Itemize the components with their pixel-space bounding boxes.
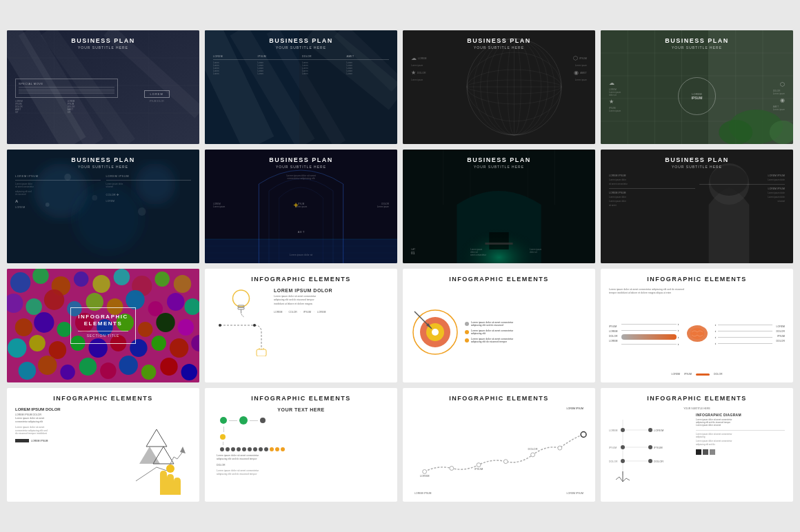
- svg-point-143: [166, 464, 174, 473]
- svg-point-147: [503, 459, 508, 463]
- card-4-1[interactable]: INFOGRAPHIC ELEMENTS LOREM IPSUM DOLOR L…: [7, 388, 199, 502]
- card-content: INFOGRAPHICELEMENTS SECTION TITLE: [7, 269, 199, 382]
- svg-point-158: [621, 428, 625, 432]
- svg-point-159: [648, 428, 652, 432]
- card-3-1[interactable]: INFOGRAPHICELEMENTS SECTION TITLE: [7, 269, 199, 382]
- svg-line-171: [619, 477, 623, 482]
- ig-title: INFOGRAPHIC ELEMENTS: [213, 276, 389, 283]
- card-1-2[interactable]: BUSINESS PLAN YOUR SUBTITLE HERE LOREM I…: [205, 30, 397, 144]
- target-icon: [411, 308, 459, 356]
- card-subtitle: YOUR SUBTITLE HERE: [609, 165, 785, 169]
- svg-point-163: [648, 459, 652, 463]
- svg-point-144: [423, 469, 427, 473]
- svg-point-138: [690, 328, 704, 339]
- ig-title: INFOGRAPHIC ELEMENTS: [411, 276, 587, 283]
- card-subtitle: YOUR SUBTITLE HERE: [213, 165, 389, 169]
- svg-point-134: [432, 329, 439, 336]
- svg-rect-124: [238, 307, 244, 309]
- card-content: INFOGRAPHIC ELEMENTS LOREM IPSUM DOLOR L…: [7, 388, 199, 502]
- card-content: BUSINESS PLAN YOUR SUBTITLE HERE ☁ LOREM…: [601, 30, 793, 144]
- ig-title: INFOGRAPHIC ELEMENTS: [609, 276, 785, 283]
- card-content: INFOGRAPHIC ELEMENTS YOUR TEXT HERE: [205, 388, 397, 502]
- card-content: INFOGRAPHIC ELEMENTS LOREM IPSUM LOREM: [403, 388, 595, 502]
- card-1-4[interactable]: BUSINESS PLAN YOUR SUBTITLE HERE ☁ LOREM…: [601, 30, 793, 144]
- card-subtitle: YOUR SUBTITLE HERE: [15, 45, 191, 50]
- card-title: BUSINESS PLAN: [609, 156, 785, 163]
- card-title: BUSINESS PLAN: [15, 156, 191, 163]
- svg-point-162: [621, 459, 625, 463]
- brain-icon: [683, 320, 711, 347]
- path-curve-svg: LOREM IPSUM DOLOR: [411, 424, 587, 479]
- card-3-3[interactable]: INFOGRAPHIC ELEMENTS: [403, 269, 595, 382]
- svg-point-160: [621, 445, 625, 449]
- card-content: BUSINESS PLAN YOUR SUBTITLE HERE LOREM I…: [205, 30, 397, 144]
- svg-point-161: [648, 445, 652, 449]
- card-content: INFOGRAPHIC ELEMENTS Lorem ipsum dolor s…: [601, 269, 793, 382]
- svg-marker-139: [146, 429, 167, 447]
- card-title: BUSINESS PLAN: [213, 156, 389, 163]
- card-subtitle: YOUR SUBTITLE HERE: [609, 45, 785, 50]
- card-title: BUSINESS PLAN: [411, 37, 587, 44]
- svg-point-150: [581, 431, 586, 437]
- card-3-4[interactable]: INFOGRAPHIC ELEMENTS Lorem ipsum dolor s…: [601, 269, 793, 382]
- card-subtitle: YOUR SUBTITLE HERE: [213, 45, 389, 50]
- card-subtitle: YOUR SUBTITLE HERE: [15, 165, 191, 169]
- lightbulb-icon: [229, 288, 253, 319]
- hand-triangle-svg: [136, 426, 191, 495]
- svg-text:DOLOR: DOLOR: [528, 447, 538, 451]
- card-content: INFOGRAPHIC ELEMENTS: [205, 269, 397, 382]
- card-content: BUSINESS PLAN YOUR SUBTITLE HERE ☁ LOREM…: [403, 30, 595, 144]
- card-subtitle: YOUR SUBTITLE HERE: [411, 165, 587, 169]
- ig-subtitle: YOUR SUBTITLE HERE: [609, 407, 785, 410]
- card-2-4[interactable]: BUSINESS PLAN YOUR SUBTITLE HERE LOREM I…: [601, 150, 793, 263]
- card-content: BUSINESS PLAN YOUR SUBTITLE HERE LAT01 L…: [403, 150, 595, 263]
- svg-text:IPSUM: IPSUM: [654, 446, 663, 449]
- svg-text:IPSUM: IPSUM: [474, 467, 483, 471]
- card-title: BUSINESS PLAN: [609, 37, 785, 44]
- card-1-1[interactable]: BUSINESS PLAN YOUR SUBTITLE HERE SPECIAL…: [7, 30, 199, 144]
- diagram-svg: LOREM IPSUM DOLOR LOREM IPSUM DOLOR: [609, 413, 692, 482]
- card-content: BUSINESS PLAN YOUR SUBTITLE HERE LOREM I…: [601, 150, 793, 263]
- card-2-1[interactable]: BUSINESS PLAN YOUR SUBTITLE HERE LOREM I…: [7, 150, 199, 263]
- card-title: BUSINESS PLAN: [15, 37, 191, 44]
- ig-subtitle: YOUR TEXT HERE: [213, 407, 389, 412]
- svg-point-145: [450, 466, 454, 470]
- card-content: BUSINESS PLAN YOUR SUBTITLE HERE Lorem i…: [205, 150, 397, 263]
- card-2-3[interactable]: BUSINESS PLAN YOUR SUBTITLE HERE LAT01 L…: [403, 150, 595, 263]
- card-4-2[interactable]: INFOGRAPHIC ELEMENTS YOUR TEXT HERE: [205, 388, 397, 502]
- ig-title: INFOGRAPHIC ELEMENTS: [15, 395, 191, 402]
- svg-line-173: [623, 478, 626, 482]
- svg-point-127: [253, 324, 256, 327]
- ig-title: INFOGRAPHIC ELEMENTS: [411, 395, 587, 402]
- svg-line-172: [616, 477, 619, 480]
- svg-rect-128: [257, 349, 266, 356]
- svg-text:DOLOR: DOLOR: [609, 460, 618, 463]
- svg-text:LOREM: LOREM: [654, 429, 663, 432]
- svg-text:LOREM: LOREM: [609, 429, 618, 432]
- svg-text:LOREM: LOREM: [420, 474, 430, 478]
- card-content: INFOGRAPHIC ELEMENTS YOUR SUBTITLE HERE: [601, 388, 793, 502]
- svg-text:DOLOR: DOLOR: [654, 460, 663, 463]
- svg-point-126: [219, 324, 221, 327]
- card-content: INFOGRAPHIC ELEMENTS: [403, 269, 595, 382]
- svg-point-146: [477, 462, 481, 467]
- slide-grid: BUSINESS PLAN YOUR SUBTITLE HERE SPECIAL…: [7, 30, 793, 502]
- card-subtitle: YOUR SUBTITLE HERE: [411, 45, 587, 50]
- card-content: BUSINESS PLAN YOUR SUBTITLE HERE SPECIAL…: [7, 30, 199, 144]
- svg-point-122: [232, 290, 249, 307]
- ig-title: INFOGRAPHIC ELEMENTS: [213, 395, 389, 402]
- card-title: BUSINESS PLAN: [411, 156, 587, 163]
- svg-marker-142: [180, 447, 186, 453]
- ig-title: INFOGRAPHIC ELEMENTS: [609, 395, 785, 402]
- card-3-2[interactable]: INFOGRAPHIC ELEMENTS: [205, 269, 397, 382]
- svg-point-148: [531, 452, 535, 456]
- card-1-3[interactable]: BUSINESS PLAN YOUR SUBTITLE HERE ☁ LOREM…: [403, 30, 595, 144]
- card-4-3[interactable]: INFOGRAPHIC ELEMENTS LOREM IPSUM LOREM: [403, 388, 595, 502]
- card-4-4[interactable]: INFOGRAPHIC ELEMENTS YOUR SUBTITLE HERE: [601, 388, 793, 502]
- card-2-2[interactable]: ✦ BUSINESS PLAN YOUR SUBTITLE HERE Lorem…: [205, 150, 397, 263]
- svg-text:IPSUM: IPSUM: [609, 447, 617, 449]
- svg-marker-140: [139, 447, 160, 464]
- card-title: BUSINESS PLAN: [213, 37, 389, 44]
- path-svg: [213, 322, 268, 356]
- card-content: BUSINESS PLAN YOUR SUBTITLE HERE LOREM I…: [7, 150, 199, 263]
